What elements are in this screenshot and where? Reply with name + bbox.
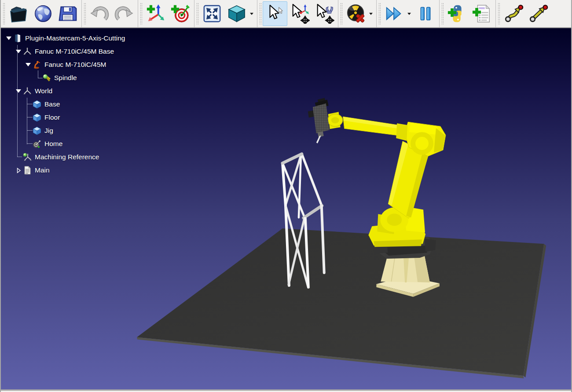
open-station-button[interactable] (6, 1, 31, 26)
expand-collapse-arrow[interactable] (4, 37, 13, 40)
add-reference-frame-icon (146, 4, 166, 24)
tree-item-spindle[interactable]: Spindle (1, 71, 190, 84)
fit-all-button[interactable] (200, 1, 224, 26)
object-icon (33, 100, 43, 109)
main-toolbar (1, 0, 571, 28)
toolbar-group-1 (1, 0, 81, 27)
save-icon (58, 4, 78, 24)
joint-move-button[interactable] (501, 1, 526, 26)
isometric-cube-icon (227, 4, 247, 24)
tree-item-label: Plugin-Mastercam-5-Axis-Cutting (25, 34, 125, 42)
linear-move-icon (528, 4, 548, 24)
toolbar-drag-handle[interactable] (84, 3, 86, 25)
select-button[interactable] (263, 1, 287, 26)
move-tool-button[interactable] (312, 1, 337, 26)
fast-simulation-button[interactable] (382, 1, 407, 26)
expand-collapse-arrow[interactable] (14, 168, 23, 173)
station-icon (13, 34, 24, 43)
isometric-view-button[interactable] (224, 1, 249, 26)
program-icon (23, 166, 33, 175)
move-tool-cursor-icon (314, 4, 334, 24)
add-target-icon (170, 4, 191, 24)
toolbar-group-9 (495, 0, 552, 27)
tree-item-fanuc-m-710ic-45m-base[interactable]: Fanuc M-710iC/45M Base (1, 45, 190, 58)
tree-item-main[interactable]: Main (1, 164, 190, 177)
tree-item-label: World (35, 87, 52, 95)
add-reference-frame-button[interactable] (143, 1, 168, 26)
toolbar-group-5 (257, 0, 338, 27)
open-folder-icon (8, 4, 29, 24)
expand-collapse-arrow[interactable] (14, 89, 23, 93)
tree-item-plugin-mastercam-5-axis-cutting[interactable]: Plugin-Mastercam-5-Axis-Cutting (1, 32, 190, 45)
tree-item-label: Jig (44, 127, 53, 135)
toolbar-drag-handle[interactable] (340, 3, 342, 25)
tree-item-label: Home (44, 140, 62, 148)
tree-item-label: Base (44, 100, 60, 108)
linear-move-button[interactable] (526, 1, 550, 26)
open-online-library-button[interactable] (31, 1, 55, 26)
check-collisions-button[interactable] (344, 1, 368, 26)
toolbar-group-8 (439, 0, 495, 27)
tree-item-label: Main (35, 166, 50, 174)
toolbar-group-6 (338, 0, 376, 27)
tree-item-home[interactable]: Home (1, 137, 190, 150)
joint-move-icon (503, 4, 524, 24)
save-station-button[interactable] (55, 1, 80, 26)
toolbar-drag-handle[interactable] (259, 3, 261, 25)
add-program-button[interactable] (469, 1, 494, 26)
add-python-icon (447, 4, 467, 24)
toolbar-drag-handle[interactable] (441, 3, 444, 25)
pause-simulation-button[interactable] (413, 1, 438, 26)
reference-frame-icon (23, 87, 33, 95)
tree-item-world[interactable]: World (1, 84, 190, 98)
object-icon (33, 113, 43, 122)
tree-item-label: Fanuc M-710iC/45M Base (35, 48, 114, 55)
undo-icon (89, 4, 110, 24)
toolbar-drag-handle[interactable] (378, 3, 381, 25)
tree-item-fanuc-m-710ic-45m[interactable]: Fanuc M-710iC/45M (1, 58, 190, 71)
fast-simulation-dropdown-caret[interactable] (407, 13, 411, 15)
toolbar-drag-handle[interactable] (140, 3, 142, 25)
tree-item-base[interactable]: Base (1, 98, 190, 111)
collision-icon (346, 4, 366, 24)
add-target-button[interactable] (168, 1, 193, 26)
move-reference-cursor-icon (290, 4, 310, 24)
tree-item-label: Fanuc M-710iC/45M (44, 61, 106, 69)
toolbar-drag-handle[interactable] (498, 3, 500, 25)
toolbar-group-3 (138, 0, 194, 27)
tool-icon (42, 73, 53, 82)
fit-all-icon (202, 4, 222, 24)
check-collisions-dropdown-caret[interactable] (369, 13, 373, 15)
add-python-program-button[interactable] (445, 1, 469, 26)
undo-button[interactable] (87, 1, 112, 26)
reference-frame-green-icon (23, 153, 33, 161)
redo-icon (114, 4, 134, 24)
toolbar-group-7 (376, 0, 439, 27)
tree-item-label: Machining Reference (35, 153, 99, 161)
tree-item-label: Spindle (54, 74, 77, 82)
station-tree: Plugin-Mastercam-5-Axis-CuttingFanuc M-7… (1, 28, 190, 177)
spindle-tool[interactable] (308, 98, 330, 143)
toolbar-drag-handle[interactable] (196, 3, 198, 25)
toolbar-drag-handle[interactable] (3, 3, 5, 25)
viewport-3d[interactable]: Plugin-Mastercam-5-Axis-CuttingFanuc M-7… (1, 28, 571, 391)
add-program-icon (472, 4, 492, 24)
tree-item-jig[interactable]: Jig (1, 124, 190, 137)
redo-button[interactable] (112, 1, 136, 26)
globe-icon (33, 4, 53, 24)
object-icon (33, 126, 43, 135)
expand-collapse-arrow[interactable] (24, 63, 33, 66)
target-icon (33, 139, 43, 148)
floor-plate[interactable] (137, 228, 546, 378)
tree-item-machining-reference[interactable]: Machining Reference (1, 150, 190, 164)
fast-forward-icon (384, 4, 404, 24)
reference-frame-icon (23, 47, 33, 56)
move-reference-button[interactable] (287, 1, 312, 26)
toolbar-group-4 (194, 0, 257, 27)
tree-item-floor[interactable]: Floor (1, 111, 190, 124)
toolbar-group-2 (81, 0, 138, 27)
select-cursor-icon (265, 4, 285, 24)
pause-icon (415, 4, 436, 24)
isometric-view-dropdown-caret[interactable] (250, 13, 253, 15)
expand-collapse-arrow[interactable] (14, 50, 23, 53)
